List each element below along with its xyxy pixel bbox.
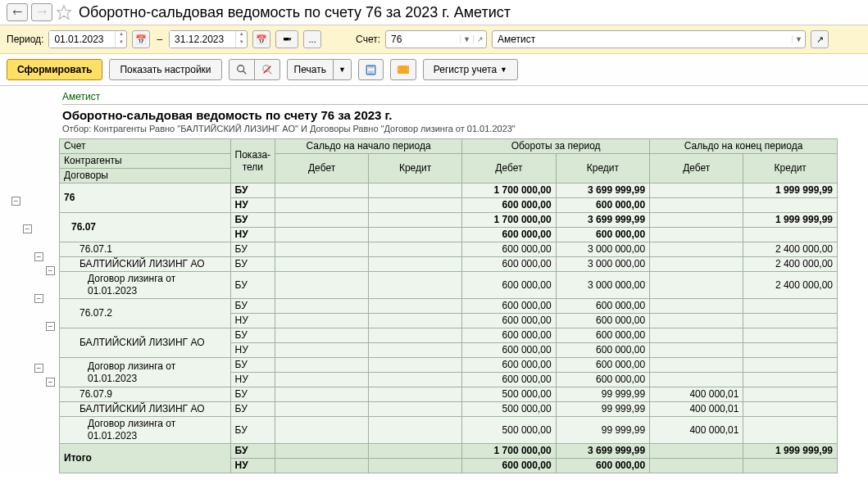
org-dropdown-icon[interactable]: ▼ [792,35,805,43]
num-cell: 600 000,00 [556,358,650,373]
num-cell: 2 400 000,00 [743,272,838,299]
date-to-calendar-button[interactable]: 📅 [252,30,270,48]
search-button[interactable] [229,59,255,80]
account-cell: БАЛТИЙСКИЙ ЛИЗИНГ АО [60,257,231,272]
num-cell: 600 000,00 [462,358,557,373]
date-from-calendar-button[interactable]: 📅 [132,30,150,48]
num-cell [650,299,743,314]
org-select[interactable]: ▼ [492,30,806,48]
num-cell [275,387,369,402]
date-to-field[interactable] [169,30,248,48]
num-cell [650,272,743,299]
num-cell [275,417,369,444]
tree-toggle[interactable] [46,378,55,387]
date-to-input[interactable] [170,31,235,48]
tree-toggle[interactable] [46,322,55,331]
total-label: Итого [60,444,231,473]
save-button[interactable] [358,59,384,80]
report-org: Аметист [62,91,868,105]
num-cell [743,387,838,402]
svg-point-1 [237,66,243,72]
params-bar: Период: 📅 – 📅 ■■▾ ... Счет: ▼ ↗ ▼ ↗ [0,25,868,54]
num-cell: 1 999 999,99 [743,213,838,228]
num-cell: 3 000 000,00 [556,242,650,257]
indicator-cell: БУ [230,242,275,257]
table-row[interactable]: БАЛТИЙСКИЙ ЛИЗИНГ АОБУ500 000,0099 999,9… [60,402,838,417]
generate-button[interactable]: Сформировать [7,59,102,80]
col-turnover: Обороты за период [462,139,650,154]
account-cell: Договор лизинга от 01.01.2023 [60,358,231,387]
tree-toggle[interactable] [11,197,20,206]
account-cell: 76 [60,183,231,213]
chevron-down-icon: ▼ [500,66,507,74]
account-open-icon[interactable]: ↗ [473,35,486,43]
tree-toggle[interactable] [34,364,43,373]
favorite-star-icon[interactable] [56,4,72,20]
period-more-button[interactable]: ... [303,30,321,48]
registry-button[interactable]: Регистр учета ▼ [423,59,518,80]
tree-toggle[interactable] [23,224,32,233]
report-area: Аметист Оборотно-сальдовая ведомость по … [0,86,868,473]
account-input[interactable] [386,34,460,45]
period-preset-button[interactable]: ■■▾ [275,30,298,48]
table-row[interactable]: Договор лизинга от 01.01.2023БУ600 000,0… [60,358,838,373]
num-cell [369,373,462,387]
indicator-cell: НУ [230,198,275,213]
account-select[interactable]: ▼ ↗ [385,30,487,48]
date-from-field[interactable] [48,30,127,48]
num-cell: 600 000,00 [556,314,650,328]
table-row[interactable]: Договор лизинга от 01.01.2023БУ500 000,0… [60,417,838,444]
table-row[interactable]: БАЛТИЙСКИЙ ЛИЗИНГ АОБУ600 000,003 000 00… [60,257,838,272]
indicator-cell: НУ [230,373,275,387]
tree-toggle[interactable] [34,252,43,261]
num-cell [369,299,462,314]
mail-button[interactable] [390,59,416,80]
account-dropdown-icon[interactable]: ▼ [460,35,473,43]
table-row[interactable]: 76.07БУ1 700 000,003 699 999,991 999 999… [60,213,838,228]
table-row[interactable]: 76БУ1 700 000,003 699 999,991 999 999,99 [60,183,838,198]
table-row[interactable]: Договор лизинга от 01.01.2023БУ600 000,0… [60,272,838,299]
num-cell: 1 999 999,99 [743,183,838,198]
report-title: Оборотно-сальдовая ведомость по счету 76… [62,108,868,122]
num-cell: 500 000,00 [462,417,557,444]
show-settings-button[interactable]: Показать настройки [109,59,221,80]
date-to-spinner[interactable] [235,31,247,48]
table-row[interactable]: 76.07.1БУ600 000,003 000 000,002 400 000… [60,242,838,257]
table-row[interactable]: 76.07.9БУ500 000,0099 999,99400 000,01 [60,387,838,402]
svg-line-2 [243,71,246,75]
print-dropdown-button[interactable]: ▼ [333,59,352,80]
table-row[interactable]: БАЛТИЙСКИЙ ЛИЗИНГ АОБУ600 000,00600 000,… [60,328,838,343]
indicator-cell: БУ [230,328,275,343]
num-cell [275,228,369,242]
num-cell [369,198,462,213]
indicator-cell: БУ [230,299,275,314]
org-input[interactable] [493,34,792,45]
page-title: Оборотно-сальдовая ведомость по счету 76… [79,4,511,21]
nav-forward-button[interactable]: 🡒 [31,3,52,21]
num-cell: 600 000,00 [556,299,650,314]
tree-toggle[interactable] [34,294,43,303]
col-t-credit: Кредит [556,154,650,183]
table-row[interactable]: 76.07.2БУ600 000,00600 000,00 [60,299,838,314]
num-cell: 99 999,99 [556,417,650,444]
num-cell: 2 400 000,00 [743,242,838,257]
num-cell [650,198,743,213]
date-from-spinner[interactable] [115,31,126,48]
period-dash: – [157,34,162,45]
indicator-cell: БУ [230,183,275,198]
num-cell: 3 000 000,00 [556,257,650,272]
num-cell [275,314,369,328]
nav-back-button[interactable]: 🡐 [7,3,28,21]
org-open-button[interactable]: ↗ [811,30,829,48]
date-from-input[interactable] [49,31,115,48]
num-cell: 1 700 000,00 [462,183,557,198]
num-cell [275,198,369,213]
col-start-balance: Сальдо на начало периода [275,139,462,154]
num-cell: 3 000 000,00 [556,272,650,299]
tree-toggle[interactable] [46,266,55,275]
indicator-cell: БУ [230,358,275,373]
indicator-cell: БУ [230,417,275,444]
print-button[interactable]: Печать [287,59,334,80]
indicator-cell: БУ [230,387,275,402]
search-reset-button[interactable] [254,59,280,80]
